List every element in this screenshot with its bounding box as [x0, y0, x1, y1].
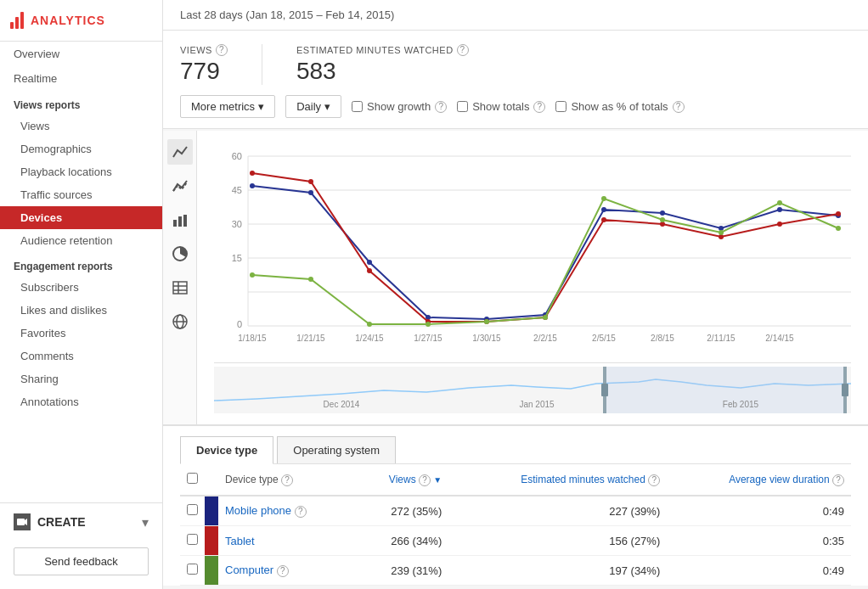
sidebar-item-realtime[interactable]: Realtime: [0, 66, 162, 91]
sidebar-item-subscribers[interactable]: Subscribers: [0, 276, 162, 299]
sidebar-item-favorites[interactable]: Favorites: [0, 322, 162, 345]
row-indicator-mobile: [205, 496, 218, 526]
show-as-checkbox-label[interactable]: Show as % of totals ?: [555, 100, 684, 113]
more-metrics-button[interactable]: More metrics ▾: [180, 95, 275, 118]
svg-text:Feb 2015: Feb 2015: [723, 400, 759, 409]
svg-point-48: [308, 277, 313, 282]
devices-table: Device type ? Views ? ▼ Estimated minute…: [180, 464, 851, 586]
sidebar-item-annotations[interactable]: Annotations: [0, 390, 162, 413]
chart-type-icons: [163, 131, 197, 424]
row-checkbox-tablet[interactable]: [187, 534, 198, 545]
estimated-label: ESTIMATED MINUTES WATCHED ?: [296, 44, 469, 56]
daily-dropdown-icon: ▾: [324, 100, 330, 113]
svg-point-42: [601, 217, 606, 222]
svg-rect-0: [17, 519, 25, 525]
svg-point-36: [250, 171, 255, 176]
chart-controls: More metrics ▾ Daily ▾ Show growth ? Sho…: [180, 95, 851, 128]
sidebar-item-overview[interactable]: Overview: [0, 42, 162, 66]
mobile-help-icon[interactable]: ?: [295, 506, 307, 518]
svg-point-37: [308, 179, 313, 184]
show-growth-checkbox-label[interactable]: Show growth ?: [352, 100, 447, 113]
svg-text:2/8/15: 2/8/15: [651, 334, 674, 343]
svg-text:Jan 2015: Jan 2015: [519, 400, 555, 409]
area-chart-icon-btn[interactable]: [167, 173, 193, 199]
globe-icon-btn[interactable]: [167, 309, 193, 334]
create-section[interactable]: CREATE ▾: [0, 502, 162, 541]
show-totals-help-icon[interactable]: ?: [533, 101, 545, 113]
avg-view-help-icon[interactable]: ?: [832, 474, 844, 486]
views-label: VIEWS ?: [180, 44, 228, 56]
views-sort-arrow: ▼: [433, 475, 442, 485]
bar-chart-icon-btn[interactable]: [167, 207, 193, 233]
show-growth-help-icon[interactable]: ?: [435, 101, 447, 113]
sidebar-item-devices[interactable]: Devices: [0, 206, 162, 229]
svg-point-56: [777, 200, 782, 205]
sidebar-item-traffic-sources[interactable]: Traffic sources: [0, 183, 162, 206]
svg-point-34: [777, 207, 782, 212]
svg-rect-3: [178, 216, 182, 227]
estimated-help-icon[interactable]: ?: [457, 44, 469, 56]
device-name-tablet[interactable]: Tablet: [218, 526, 353, 556]
sidebar-item-views[interactable]: Views: [0, 115, 162, 137]
pie-chart-icon-btn[interactable]: [167, 241, 193, 266]
th-avg-view: Average view duration ?: [667, 464, 851, 496]
views-help-icon[interactable]: ?: [216, 44, 228, 56]
svg-rect-4: [183, 215, 187, 227]
estimated-tablet: 156 (27%): [448, 526, 667, 556]
avg-computer: 0:49: [667, 556, 851, 586]
estimated-th-help-icon[interactable]: ?: [648, 474, 660, 486]
show-as-help-icon[interactable]: ?: [673, 101, 685, 113]
svg-point-47: [250, 272, 255, 278]
sidebar-item-sharing[interactable]: Sharing: [0, 367, 162, 390]
svg-rect-71: [601, 384, 608, 396]
sidebar-item-demographics[interactable]: Demographics: [0, 137, 162, 160]
sidebar-item-likes-dislikes[interactable]: Likes and dislikes: [0, 299, 162, 322]
svg-text:0: 0: [237, 319, 242, 329]
show-totals-checkbox[interactable]: [457, 101, 468, 112]
tab-device-type[interactable]: Device type: [180, 436, 273, 464]
show-totals-checkbox-label[interactable]: Show totals ?: [457, 100, 545, 113]
computer-help-icon[interactable]: ?: [277, 565, 289, 577]
show-growth-checkbox[interactable]: [352, 101, 363, 112]
estimated-value: 583: [296, 58, 469, 85]
sidebar-header: ANALYTICS: [0, 0, 162, 42]
sidebar-item-comments[interactable]: Comments: [0, 345, 162, 367]
row-checkbox-mobile[interactable]: [187, 504, 198, 515]
line-chart-icon-btn[interactable]: [167, 139, 193, 165]
more-metrics-dropdown-icon: ▾: [258, 100, 264, 113]
svg-text:1/27/15: 1/27/15: [414, 334, 442, 343]
svg-text:1/18/15: 1/18/15: [238, 334, 267, 343]
row-indicator-computer: [205, 556, 218, 586]
device-name-mobile[interactable]: Mobile phone ?: [218, 496, 353, 526]
svg-point-32: [660, 210, 665, 216]
send-feedback-button[interactable]: Send feedback: [14, 547, 149, 575]
svg-text:30: 30: [232, 219, 242, 229]
select-all-checkbox[interactable]: [187, 473, 198, 484]
svg-text:15: 15: [232, 253, 242, 263]
svg-point-31: [601, 207, 606, 212]
app-title: ANALYTICS: [31, 14, 105, 27]
svg-point-25: [250, 183, 255, 188]
svg-point-55: [719, 230, 724, 235]
chart-with-icons: 60 45 30 15 0: [163, 131, 868, 424]
tabs-row: Device type Operating system: [180, 436, 851, 464]
svg-text:1/21/15: 1/21/15: [296, 334, 325, 343]
svg-point-38: [367, 268, 372, 273]
device-type-help-icon[interactable]: ?: [281, 474, 293, 486]
row-checkbox-computer[interactable]: [187, 564, 198, 575]
device-name-computer[interactable]: Computer ?: [218, 556, 353, 586]
chart-container: 60 45 30 15 0: [197, 131, 868, 424]
svg-point-51: [484, 319, 489, 324]
svg-text:60: 60: [232, 151, 242, 161]
table-chart-icon-btn[interactable]: [167, 275, 193, 300]
svg-rect-6: [173, 282, 187, 294]
daily-button[interactable]: Daily ▾: [285, 95, 341, 118]
svg-text:2/2/15: 2/2/15: [533, 334, 557, 343]
svg-text:45: 45: [232, 185, 242, 195]
tab-operating-system[interactable]: Operating system: [277, 436, 396, 463]
show-as-checkbox[interactable]: [555, 101, 566, 112]
sidebar-item-audience-retention[interactable]: Audience retention: [0, 229, 162, 252]
views-th-help-icon[interactable]: ?: [419, 474, 431, 486]
svg-text:1/24/15: 1/24/15: [355, 334, 384, 343]
sidebar-item-playback-locations[interactable]: Playback locations: [0, 160, 162, 183]
